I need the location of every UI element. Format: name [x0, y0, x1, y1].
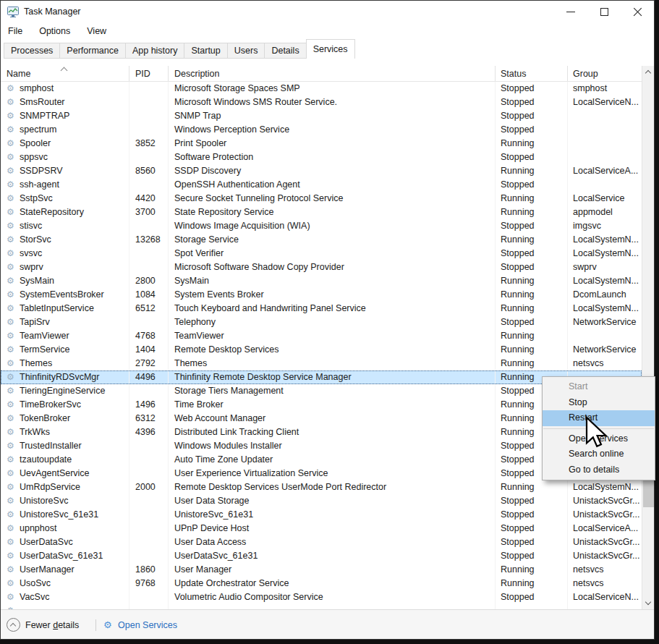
service-row-smphost[interactable]: ⚙smphostMicrosoft Storage Spaces SMPStop… [1, 82, 642, 96]
tab-processes[interactable]: Processes [4, 43, 60, 59]
service-name: tzautoupdate [20, 453, 72, 467]
service-name: smphost [20, 82, 54, 96]
service-name: UsoSvc [20, 577, 51, 590]
service-row-vacsvc[interactable]: ⚙VacSvcVolumetric Audio Compositor Servi… [1, 590, 642, 604]
service-row-swprv[interactable]: ⚙swprvMicrosoft Software Shadow Copy Pro… [1, 260, 642, 274]
service-row-themes[interactable]: ⚙Themes2792ThemesRunningnetsvcs [1, 357, 642, 370]
service-row-storsvc[interactable]: ⚙StorSvc13268Storage ServiceRunningLocal… [1, 233, 642, 247]
column-header-name[interactable]: Name [1, 66, 129, 81]
service-pid: 2792 [129, 357, 169, 370]
service-group: LocalServiceN... [568, 590, 642, 604]
minimize-button[interactable] [554, 1, 587, 23]
service-description: Microsoft Windows SMS Router Service. [169, 96, 496, 109]
service-description: UserDataSvc_61e31 [169, 549, 496, 563]
tab-details[interactable]: Details [264, 43, 306, 59]
service-name-cell: ⚙TapiSrv [1, 315, 129, 329]
service-row-svsvc[interactable]: ⚙svsvcSpot VerifierStoppedLocalSystemN..… [1, 247, 642, 260]
service-row-userdatasvc-61e31[interactable]: ⚙UserDataSvc_61e31UserDataSvc_61e31Stopp… [1, 549, 642, 563]
tab-services[interactable]: Services [306, 39, 355, 59]
scroll-up-button[interactable] [642, 66, 655, 78]
tab-performance[interactable]: Performance [59, 43, 126, 59]
tab-users[interactable]: Users [227, 43, 265, 59]
open-services-link[interactable]: ⚙ Open Services [103, 619, 177, 631]
service-status: Running [496, 563, 568, 577]
close-button[interactable] [621, 1, 654, 23]
menu-file[interactable]: File [8, 26, 22, 36]
service-name-cell: ⚙ [1, 604, 129, 609]
service-row-tabletinputservice[interactable]: ⚙TabletInputService6512Touch Keyboard an… [1, 302, 642, 315]
column-header-pid[interactable]: PID [129, 66, 169, 81]
service-row-usermanager[interactable]: ⚙UserManager1860User ManagerRunningnetsv… [1, 563, 642, 577]
maximize-button[interactable] [587, 1, 621, 23]
service-row-upnphost[interactable]: ⚙upnphostUPnP Device HostStoppedLocalSer… [1, 522, 642, 535]
service-row-systemeventsbroker[interactable]: ⚙SystemEventsBroker1084System Events Bro… [1, 288, 642, 302]
service-row-umrdpservice[interactable]: ⚙UmRdpService2000Remote Desktop Services… [1, 480, 642, 494]
service-name-cell: ⚙TabletInputService [1, 302, 129, 315]
service-row-sppsvc[interactable]: ⚙sppsvcSoftware ProtectionStopped [1, 151, 642, 164]
column-header-group[interactable]: Group [568, 66, 642, 81]
menu-view[interactable]: View [87, 26, 106, 36]
service-row-userdatasvc[interactable]: ⚙UserDataSvcUser Data AccessStoppedUnist… [1, 535, 642, 549]
service-row-unistoresvc[interactable]: ⚙UnistoreSvcUser Data StorageStoppedUnis… [1, 494, 642, 508]
service-pid [129, 535, 169, 549]
service-row-spectrum[interactable]: ⚙spectrumWindows Perception ServiceStopp… [1, 123, 642, 137]
service-name-cell: ⚙UevAgentService [1, 467, 129, 480]
service-status: Stopped [496, 494, 568, 508]
service-gear-icon: ⚙ [7, 289, 20, 301]
service-name-cell: ⚙TieringEngineService [1, 384, 129, 398]
service-row-spooler[interactable]: ⚙Spooler3852Print SpoolerRunning [1, 137, 642, 151]
service-status [496, 604, 568, 609]
service-pid: 1404 [129, 343, 169, 357]
service-row-usosvc[interactable]: ⚙UsoSvc9768Update Orchestrator ServiceRu… [1, 577, 642, 590]
service-row-termservice[interactable]: ⚙TermService1404Remote Desktop ServicesR… [1, 343, 642, 357]
service-gear-icon: ⚙ [7, 151, 20, 164]
service-group [568, 151, 642, 164]
scroll-down-button[interactable] [642, 597, 655, 609]
service-pid [129, 508, 169, 522]
service-row-tapisrv[interactable]: ⚙TapiSrvTelephonyStoppedNetworkService [1, 315, 642, 329]
chevron-up-circle-icon [7, 618, 20, 632]
service-row-staterepository[interactable]: ⚙StateRepository3700State Repository Ser… [1, 206, 642, 219]
service-name-cell: ⚙ssh-agent [1, 178, 129, 192]
service-name: swprv [20, 260, 43, 274]
service-name: ssh-agent [20, 178, 59, 192]
service-row-teamviewer[interactable]: ⚙TeamViewer4768TeamViewerRunning [1, 329, 642, 343]
service-row-ssh-agent[interactable]: ⚙ssh-agentOpenSSH Authentication AgentSt… [1, 178, 642, 192]
tab-startup[interactable]: Startup [184, 43, 227, 59]
service-gear-icon: ⚙ [7, 261, 20, 274]
service-status: Running [496, 343, 568, 357]
service-description: Print Spooler [169, 137, 496, 151]
column-header-description[interactable]: Description [169, 66, 496, 81]
service-description: User Experience Virtualization Service [169, 467, 496, 480]
service-pid: 8560 [129, 164, 169, 178]
service-name: UserManager [20, 563, 75, 577]
service-gear-icon: ⚙ [7, 165, 20, 177]
service-description: Themes [169, 357, 496, 370]
service-row-stisvc[interactable]: ⚙stisvcWindows Image Acquisition (WIA)St… [1, 219, 642, 233]
service-row-smsrouter[interactable]: ⚙SmsRouterMicrosoft Windows SMS Router S… [1, 96, 642, 109]
service-row-sysmain[interactable]: ⚙SysMain2800SysMainRunningLocalSystemN..… [1, 274, 642, 288]
menu-options[interactable]: Options [39, 26, 70, 36]
vertical-scrollbar[interactable] [642, 66, 654, 609]
service-group: DcomLaunch [568, 288, 642, 302]
service-gear-icon: ⚙ [7, 440, 20, 452]
service-name-cell: ⚙VacSvc [1, 590, 129, 604]
service-pid: 4496 [129, 370, 169, 384]
service-row-ssdpsrv[interactable]: ⚙SSDPSRV8560SSDP DiscoveryRunningLocalSe… [1, 164, 642, 178]
service-row-sstpsvc[interactable]: ⚙SstpSvc4420Secure Socket Tunneling Prot… [1, 192, 642, 206]
service-group: netsvcs [568, 563, 642, 577]
service-name-cell: ⚙TimeBrokerSvc [1, 398, 129, 412]
service-row-snmptrap[interactable]: ⚙SNMPTRAPSNMP TrapStopped [1, 109, 642, 123]
service-description: SysMain [169, 274, 496, 288]
tab-app-history[interactable]: App history [125, 43, 185, 59]
fewer-details-button[interactable]: Fewer details [7, 618, 79, 632]
service-name-cell: ⚙StorSvc [1, 233, 129, 247]
service-description: Microsoft Software Shadow Copy Provider [169, 260, 496, 274]
menu-item-start: Start [543, 379, 655, 395]
column-header-status[interactable]: Status [496, 66, 568, 81]
service-row[interactable]: ⚙ [1, 604, 642, 609]
service-name: TabletInputService [20, 302, 94, 315]
menu-item-go-to-details[interactable]: Go to details [543, 462, 655, 478]
menu-item-stop[interactable]: Stop [543, 395, 655, 411]
service-row-unistoresvc-61e31[interactable]: ⚙UnistoreSvc_61e31UnistoreSvc_61e31Stopp… [1, 508, 642, 522]
